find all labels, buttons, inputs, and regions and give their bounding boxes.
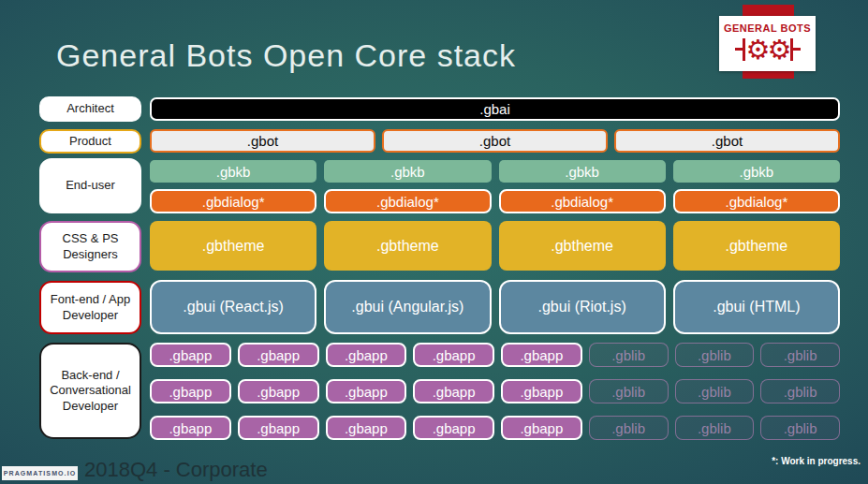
stack-box-gbkb: .gbkb bbox=[150, 160, 316, 183]
pragmatismo-logo-text: PRAGMATISMO.IO bbox=[4, 470, 77, 477]
stack-box-gbkb: .gbkb bbox=[673, 160, 840, 183]
stack-box-gblib: .gblib bbox=[760, 416, 840, 440]
stack-box-gblib: .gblib bbox=[675, 379, 755, 403]
row-gbai: .gbai bbox=[150, 97, 840, 121]
gear-glyphs: ⚙⚙ bbox=[746, 36, 789, 64]
role-label-frontend-developer: Font-end / App Developer bbox=[39, 281, 141, 334]
stack-box-gbdialog: .gbdialog* bbox=[324, 189, 491, 213]
stack-box-gbapp: .gbapp bbox=[413, 379, 494, 403]
page-title: General Bots Open Core stack bbox=[56, 37, 516, 74]
stack-box-gbot: .gbot bbox=[382, 129, 608, 153]
stack-box-gbui-html: .gbui (HTML) bbox=[673, 280, 840, 334]
stack-box-gbtheme: .gbtheme bbox=[150, 221, 316, 271]
stack-box-gbui-angular: .gbui (Angular.js) bbox=[324, 280, 491, 334]
stack-box-gbui-react: .gbui (React.js) bbox=[150, 280, 316, 334]
stack-box-gbapp: .gbapp bbox=[326, 343, 407, 367]
stack-box-gbapp: .gbapp bbox=[238, 343, 319, 367]
row-gbkb: .gbkb .gbkb .gbkb .gbkb bbox=[150, 160, 840, 183]
logo-text: GENERAL BOTS bbox=[724, 22, 811, 34]
stack-box-gbapp: .gbapp bbox=[501, 343, 582, 367]
row-gbapp-2: .gbapp .gbapp .gbapp .gbapp .gbapp .gbli… bbox=[150, 379, 840, 403]
stack-box-gbapp: .gbapp bbox=[501, 416, 582, 440]
stack-box-gbkb: .gbkb bbox=[324, 160, 491, 183]
stack-box-gbapp: .gbapp bbox=[413, 343, 494, 367]
stack-box-gblib: .gblib bbox=[589, 416, 669, 440]
stack-box-gbapp: .gbapp bbox=[150, 416, 231, 440]
stack-box-gbapp: .gbapp bbox=[150, 343, 231, 367]
stack-box-gbdialog: .gbdialog* bbox=[150, 189, 316, 213]
role-label-backend-developer: Back-end / Conversational Developer bbox=[39, 343, 141, 439]
role-label-designers: CSS & PS Designers bbox=[39, 221, 141, 272]
stack-box-gbtheme: .gbtheme bbox=[673, 221, 840, 271]
stack-box-gbapp: .gbapp bbox=[238, 416, 319, 440]
stack-box-gblib: .gblib bbox=[675, 343, 755, 367]
logo-right-bar bbox=[790, 38, 793, 61]
gears-icon: ⚙⚙ bbox=[743, 35, 793, 65]
work-in-progress-note: *: Work in progress. bbox=[772, 456, 861, 466]
stack-box-gbtheme: .gbtheme bbox=[499, 221, 666, 271]
role-label-architect: Architect bbox=[39, 96, 141, 122]
row-gbui: .gbui (React.js) .gbui (Angular.js) .gbu… bbox=[150, 280, 840, 334]
row-gbtheme: .gbtheme .gbtheme .gbtheme .gbtheme bbox=[150, 221, 840, 271]
row-gbapp-1: .gbapp .gbapp .gbapp .gbapp .gbapp .gbli… bbox=[150, 343, 840, 367]
stack-box-gbai: .gbai bbox=[150, 97, 840, 121]
stack-box-gbapp: .gbapp bbox=[326, 379, 407, 403]
stack-box-gbdialog: .gbdialog* bbox=[499, 189, 666, 213]
stack-box-gbapp: .gbapp bbox=[501, 379, 582, 403]
slide: General Bots Open Core stack GENERAL BOT… bbox=[0, 0, 868, 484]
stack-box-gbapp: .gbapp bbox=[326, 416, 407, 440]
pragmatismo-logo: PRAGMATISMO.IO bbox=[2, 466, 78, 480]
row-gbdialog: .gbdialog* .gbdialog* .gbdialog* .gbdial… bbox=[150, 189, 840, 213]
row-gbapp-3: .gbapp .gbapp .gbapp .gbapp .gbapp .gbli… bbox=[150, 416, 840, 440]
role-label-end-user: End-user bbox=[39, 158, 141, 213]
stack-box-gbkb: .gbkb bbox=[499, 160, 666, 183]
row-gbot: .gbot .gbot .gbot bbox=[150, 129, 840, 153]
logo-left-bar bbox=[743, 38, 745, 61]
stack-box-gblib: .gblib bbox=[675, 416, 755, 440]
stack-box-gbot: .gbot bbox=[150, 129, 375, 153]
general-bots-logo: GENERAL BOTS ⚙⚙ bbox=[719, 16, 816, 71]
stack-box-gblib: .gblib bbox=[760, 343, 840, 367]
stack-box-gblib: .gblib bbox=[589, 379, 669, 403]
stack-box-gbapp: .gbapp bbox=[150, 379, 231, 403]
stack-box-gbdialog: .gbdialog* bbox=[673, 189, 840, 213]
stack-box-gblib: .gblib bbox=[760, 379, 840, 403]
role-label-product: Product bbox=[39, 129, 141, 154]
stack-box-gbtheme: .gbtheme bbox=[324, 221, 491, 271]
stack-box-gbui-riot: .gbui (Riot.js) bbox=[499, 280, 666, 334]
stack-box-gbapp: .gbapp bbox=[413, 416, 494, 440]
stack-box-gblib: .gblib bbox=[589, 343, 669, 367]
stack-box-gbot: .gbot bbox=[614, 129, 840, 153]
stack-box-gbapp: .gbapp bbox=[238, 379, 319, 403]
edition-label: 2018Q4 - Corporate bbox=[84, 458, 268, 482]
